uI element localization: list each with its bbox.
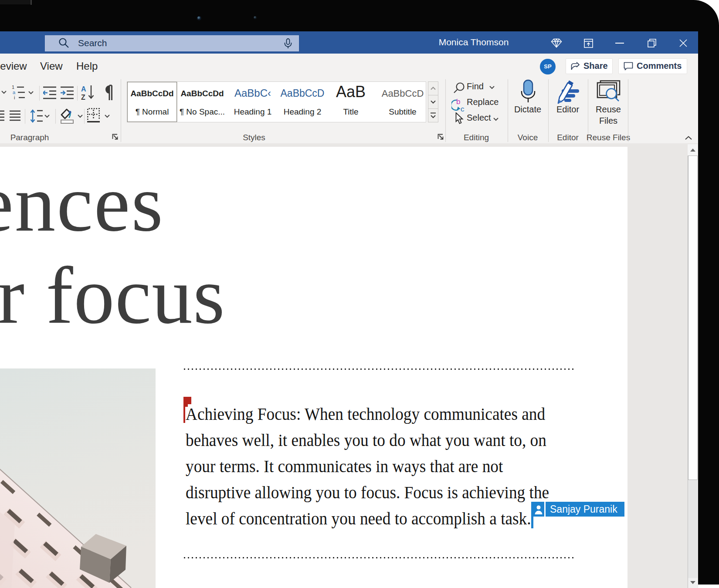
- svg-text:a: a: [13, 90, 16, 95]
- svg-text:1: 1: [12, 85, 14, 90]
- svg-text:i: i: [14, 95, 15, 100]
- svg-text:A: A: [81, 85, 86, 93]
- svg-text:Z: Z: [81, 94, 85, 101]
- svg-text:b: b: [456, 98, 460, 106]
- svg-text:c: c: [461, 105, 465, 112]
